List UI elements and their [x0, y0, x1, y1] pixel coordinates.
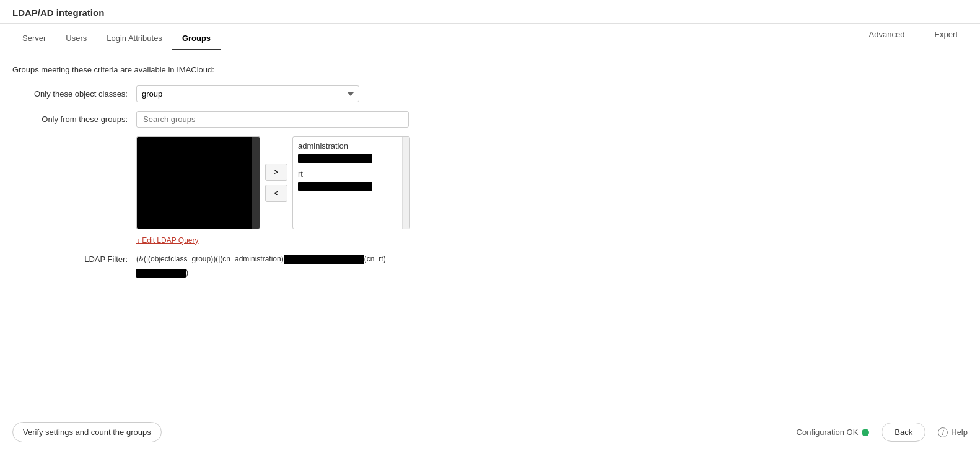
list-item[interactable]: rt ▾	[293, 167, 409, 180]
status-dot-green	[862, 429, 869, 436]
tab-login-attributes[interactable]: Login Attributes	[97, 27, 172, 50]
config-ok-status: Configuration OK	[797, 427, 870, 437]
tab-advanced[interactable]: Advanced	[859, 24, 915, 45]
ldap-filter-label: LDAP Filter:	[12, 253, 136, 264]
group-item-administration-redacted	[298, 154, 372, 163]
criteria-note: Groups meeting these criteria are availa…	[12, 65, 968, 74]
help-icon: i	[938, 427, 948, 437]
ldap-filter-text2: (cn=rt)	[364, 255, 386, 263]
ldap-filter-redacted1	[284, 255, 364, 264]
search-groups-input[interactable]	[136, 111, 409, 128]
only-from-groups-label: Only from these groups:	[12, 111, 136, 124]
object-classes-label: Only these object classes:	[12, 85, 136, 99]
ldap-filter-suffix: )	[186, 268, 188, 277]
group-item-rt-redacted	[298, 182, 372, 191]
groups-left-list[interactable]	[136, 136, 260, 229]
tab-expert[interactable]: Expert	[924, 24, 968, 45]
back-button[interactable]: Back	[882, 423, 925, 442]
ldap-filter-redacted2	[136, 269, 186, 278]
transfer-buttons: > <	[265, 164, 287, 202]
help-link[interactable]: i Help	[938, 427, 968, 437]
group-item-rt-label: rt	[298, 169, 303, 178]
footer-right: Configuration OK Back i Help	[797, 423, 968, 442]
move-right-button[interactable]: >	[265, 164, 287, 181]
tab-groups[interactable]: Groups	[172, 27, 221, 50]
move-left-button[interactable]: <	[265, 185, 287, 202]
list-item	[293, 180, 409, 193]
tabs-right: Advanced Expert	[859, 24, 968, 50]
ldap-filter-value: (&(|(objectclass=group))(|(cn=administra…	[136, 253, 386, 278]
tab-server[interactable]: Server	[12, 27, 56, 50]
list-item	[293, 152, 409, 165]
groups-transfer: > < administration ▾ rt ▾	[136, 136, 968, 229]
right-scrollbar	[402, 137, 409, 229]
ldap-filter-row: LDAP Filter: (&(|(objectclass=group))(|(…	[12, 253, 968, 278]
ldap-filter-line2: )	[136, 267, 386, 278]
groups-right-list[interactable]: administration ▾ rt ▾	[292, 136, 410, 229]
edit-ldap-query-link[interactable]: ↓ Edit LDAP Query	[136, 236, 199, 245]
page-title: LDAP/AD integration	[0, 0, 980, 24]
list-item[interactable]: administration ▾	[293, 139, 409, 152]
config-ok-label: Configuration OK	[797, 427, 859, 437]
tab-users[interactable]: Users	[56, 27, 97, 50]
ldap-filter-line1: (&(|(objectclass=group))(|(cn=administra…	[136, 253, 386, 265]
object-classes-row: Only these object classes: group	[12, 85, 968, 102]
left-scrollbar	[252, 137, 260, 229]
ldap-filter-text1: (&(|(objectclass=group))(|(cn=administra…	[136, 255, 284, 263]
edit-query-container: ↓ Edit LDAP Query	[136, 235, 968, 245]
page-wrapper: LDAP/AD integration Server Users Login A…	[0, 0, 980, 451]
help-label: Help	[951, 427, 968, 437]
object-classes-select[interactable]: group	[136, 85, 359, 102]
group-item-administration-label: administration	[298, 141, 348, 151]
tabs-bar: Server Users Login Attributes Groups Adv…	[0, 24, 980, 50]
only-from-groups-row: Only from these groups:	[12, 111, 968, 128]
footer: Verify settings and count the groups Con…	[0, 413, 980, 451]
verify-settings-button[interactable]: Verify settings and count the groups	[12, 422, 162, 442]
main-content: Groups meeting these criteria are availa…	[0, 50, 980, 413]
